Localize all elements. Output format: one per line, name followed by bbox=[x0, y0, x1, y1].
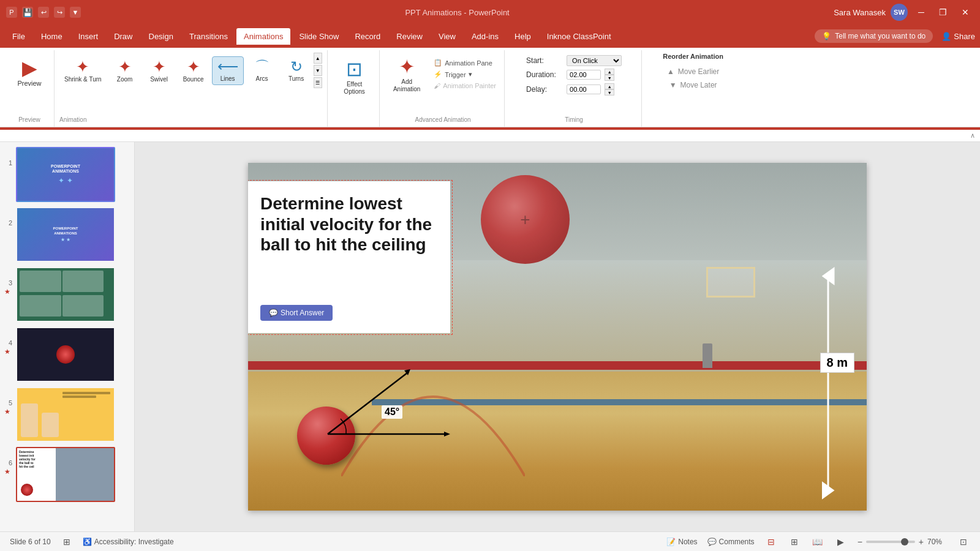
menu-home[interactable]: Home bbox=[34, 28, 70, 45]
start-select[interactable]: On Click With Previous After Previous bbox=[567, 55, 622, 66]
delay-up-btn[interactable]: ▲ bbox=[605, 83, 614, 89]
zoom-label: Zoom bbox=[117, 76, 133, 83]
shrink-turn-icon: ✦ bbox=[76, 59, 89, 75]
menu-file[interactable]: File bbox=[5, 28, 32, 45]
scroll-more-btn[interactable]: ☰ bbox=[314, 77, 322, 88]
preview-button[interactable]: ▶ Preview bbox=[10, 53, 49, 91]
title-bar: P 💾 ↩ ↪ ▼ PPT Animations - PowerPoint Sa… bbox=[0, 0, 980, 24]
add-animation-button[interactable]: ✦ AddAnimation bbox=[387, 53, 426, 96]
save-icon[interactable]: 💾 bbox=[22, 7, 33, 18]
anim-bounce[interactable]: ✦ Bounce bbox=[178, 56, 209, 85]
menu-classpoint[interactable]: Inknoe ClassPoint bbox=[540, 28, 619, 45]
collapse-icon[interactable]: ∧ bbox=[970, 132, 975, 140]
effect-options-button[interactable]: ⊡ EffectOptions bbox=[335, 55, 374, 98]
slide-thumb-6[interactable]: Determinelowest initvelocity forthe ball… bbox=[16, 447, 115, 502]
slide-item-4[interactable]: 4 ★ bbox=[2, 327, 132, 382]
text-overlay-box: Determine lowest initial velocity for th… bbox=[248, 181, 450, 333]
main-area: 1 ★ POWERPOINTANIMATIONS ✦ ✦ 2 ★ bbox=[0, 142, 980, 531]
anim-shrink-turn[interactable]: ✦ Shrink & Turn bbox=[59, 56, 107, 85]
scroll-up-btn[interactable]: ▲ bbox=[314, 53, 322, 64]
short-answer-icon: 💬 bbox=[269, 309, 278, 317]
delay-input[interactable] bbox=[567, 84, 601, 94]
basketball-board bbox=[706, 267, 755, 298]
fit-slide-button[interactable]: ⊡ bbox=[957, 535, 970, 549]
anim-arcs[interactable]: ⌒ Arcs bbox=[246, 57, 278, 84]
slide-thumb-5[interactable] bbox=[16, 387, 115, 442]
duration-down-btn[interactable]: ▼ bbox=[605, 75, 614, 81]
slide-area: Determine lowest initial velocity for th… bbox=[135, 142, 980, 531]
svg-marker-4 bbox=[444, 432, 450, 437]
slide-thumb-2[interactable]: POWERPOINTANIMATIONS ★ ★ bbox=[16, 207, 115, 262]
restore-button[interactable]: ❐ bbox=[935, 4, 952, 21]
duration-up-btn[interactable]: ▲ bbox=[605, 69, 614, 75]
zoom-slider[interactable] bbox=[866, 541, 915, 543]
slide-thumb-inner-1: POWERPOINTANIMATIONS ✦ ✦ bbox=[17, 148, 114, 201]
slide-thumb-inner-2: POWERPOINTANIMATIONS ★ ★ bbox=[17, 208, 114, 261]
slide-thumb-4[interactable] bbox=[16, 327, 115, 382]
zoom-thumb[interactable] bbox=[901, 538, 908, 545]
menu-animations[interactable]: Animations bbox=[236, 28, 290, 45]
search-box[interactable]: 💡 Tell me what you want to do bbox=[815, 29, 933, 43]
slide-star-3: ★ bbox=[4, 288, 10, 296]
slide-item-2[interactable]: 2 ★ POWERPOINTANIMATIONS ★ ★ bbox=[2, 207, 132, 262]
slide-item-5[interactable]: 5 ★ bbox=[2, 387, 132, 442]
ball-top: + bbox=[481, 175, 570, 264]
ribbon-group-animation: ✦ Shrink & Turn ✦ Zoom ✦ Swivel ✦ Bounce bbox=[57, 50, 328, 127]
anim-swivel[interactable]: ✦ Swivel bbox=[143, 56, 175, 85]
duration-input[interactable] bbox=[567, 70, 601, 80]
animation-painter-button[interactable]: 🖌 Animation Painter bbox=[431, 81, 499, 90]
trigger-button[interactable]: ⚡ Trigger ▾ bbox=[431, 70, 499, 79]
anim-zoom[interactable]: ✦ Zoom bbox=[109, 56, 141, 85]
slide-layout-icon[interactable]: ⊞ bbox=[63, 537, 70, 547]
move-later-button: ▼ Move Later bbox=[667, 80, 720, 91]
comments-button[interactable]: 💬 Comments bbox=[707, 538, 755, 546]
menu-draw[interactable]: Draw bbox=[107, 28, 140, 45]
turns-label: Turns bbox=[288, 75, 304, 82]
menu-review[interactable]: Review bbox=[389, 28, 430, 45]
delay-down-btn[interactable]: ▼ bbox=[605, 89, 614, 96]
normal-view-button[interactable]: ⊟ bbox=[764, 535, 778, 549]
zoom-out-icon[interactable]: − bbox=[858, 537, 862, 547]
menu-slideshow[interactable]: Slide Show bbox=[292, 28, 346, 45]
scroll-down-btn[interactable]: ▼ bbox=[314, 65, 322, 76]
customize-icon[interactable]: ▼ bbox=[70, 7, 81, 18]
close-button[interactable]: ✕ bbox=[957, 4, 974, 21]
slide-thumb-inner-3 bbox=[17, 268, 114, 321]
animation-painter-label: Animation Painter bbox=[443, 82, 496, 89]
move-earlier-icon: ▲ bbox=[667, 67, 674, 76]
notes-icon: 📝 bbox=[666, 538, 676, 546]
slide-sorter-button[interactable]: ⊞ bbox=[788, 535, 801, 549]
slide-thumb-1[interactable]: POWERPOINTANIMATIONS ✦ ✦ bbox=[16, 147, 115, 202]
menu-record[interactable]: Record bbox=[347, 28, 388, 45]
menu-design[interactable]: Design bbox=[141, 28, 181, 45]
menu-help[interactable]: Help bbox=[507, 28, 538, 45]
duration-spin: ▲ ▼ bbox=[605, 69, 614, 81]
menu-transitions[interactable]: Transitions bbox=[182, 28, 235, 45]
animation-pane-button[interactable]: 📋 Animation Pane bbox=[431, 58, 499, 67]
minimize-button[interactable]: ─ bbox=[913, 4, 930, 21]
user-avatar[interactable]: SW bbox=[891, 4, 908, 21]
slideshow-button[interactable]: ▶ bbox=[834, 535, 848, 549]
slide-thumb-3[interactable] bbox=[16, 267, 115, 322]
slide-item-6[interactable]: 6 ★ Determinelowest initvelocity forthe … bbox=[2, 447, 132, 502]
share-button[interactable]: 👤 Share bbox=[941, 32, 975, 41]
lines-label: Lines bbox=[221, 75, 235, 82]
menu-addins[interactable]: Add-ins bbox=[464, 28, 506, 45]
move-earlier-label: Move Earlier bbox=[678, 67, 719, 76]
slide-item-3[interactable]: 3 ★ bbox=[2, 267, 132, 322]
notes-button[interactable]: 📝 Notes bbox=[666, 538, 697, 546]
slide-item-1[interactable]: 1 ★ POWERPOINTANIMATIONS ✦ ✦ bbox=[2, 147, 132, 202]
menu-view[interactable]: View bbox=[431, 28, 463, 45]
reading-view-button[interactable]: 📖 bbox=[811, 535, 824, 549]
menu-insert[interactable]: Insert bbox=[71, 28, 106, 45]
zoom-in-icon[interactable]: + bbox=[919, 537, 924, 547]
username: Sara Wanasek bbox=[834, 8, 886, 17]
animation-group-label: Animation bbox=[59, 116, 86, 124]
arcs-icon: ⌒ bbox=[255, 59, 270, 74]
slide-num-1: 1 bbox=[2, 147, 12, 167]
anim-turns[interactable]: ↻ Turns bbox=[281, 57, 312, 84]
short-answer-button[interactable]: 💬 Short Answer bbox=[260, 305, 333, 321]
anim-lines[interactable]: ⟵ Lines bbox=[212, 56, 244, 85]
redo-icon[interactable]: ↪ bbox=[54, 7, 65, 18]
undo-icon[interactable]: ↩ bbox=[38, 7, 49, 18]
